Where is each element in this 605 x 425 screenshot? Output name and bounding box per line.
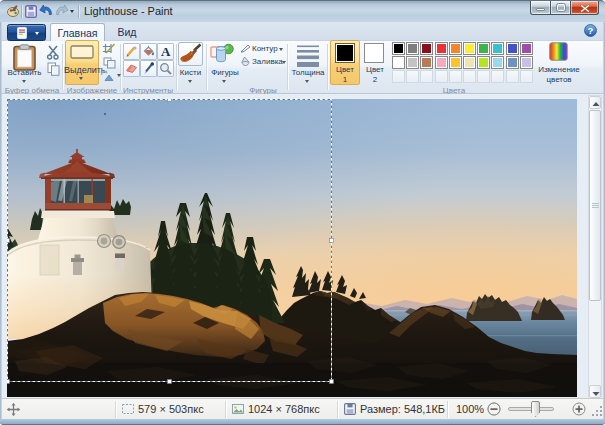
svg-text:?: ? [588, 25, 594, 36]
